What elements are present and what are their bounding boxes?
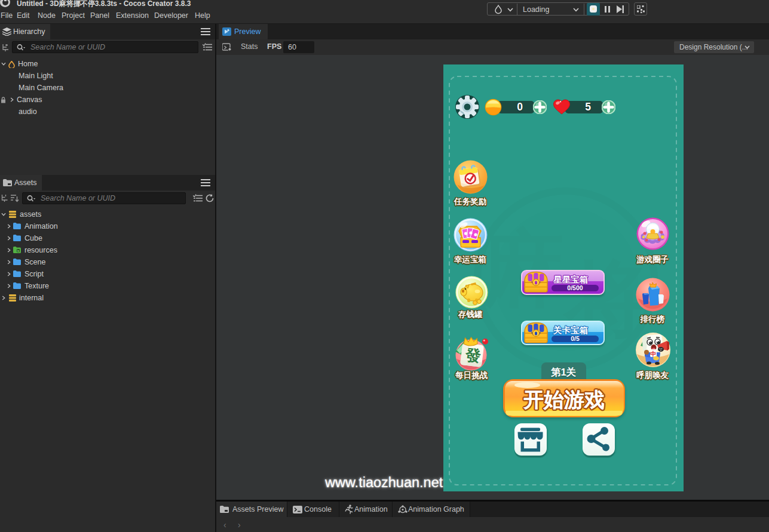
svg-text:中: 中 bbox=[651, 350, 657, 357]
svg-text:b: b bbox=[17, 249, 19, 253]
svg-text:麻: 麻 bbox=[481, 223, 566, 315]
svg-text:开始游戏: 开始游戏 bbox=[523, 388, 605, 411]
svg-text:發: 發 bbox=[464, 346, 482, 365]
